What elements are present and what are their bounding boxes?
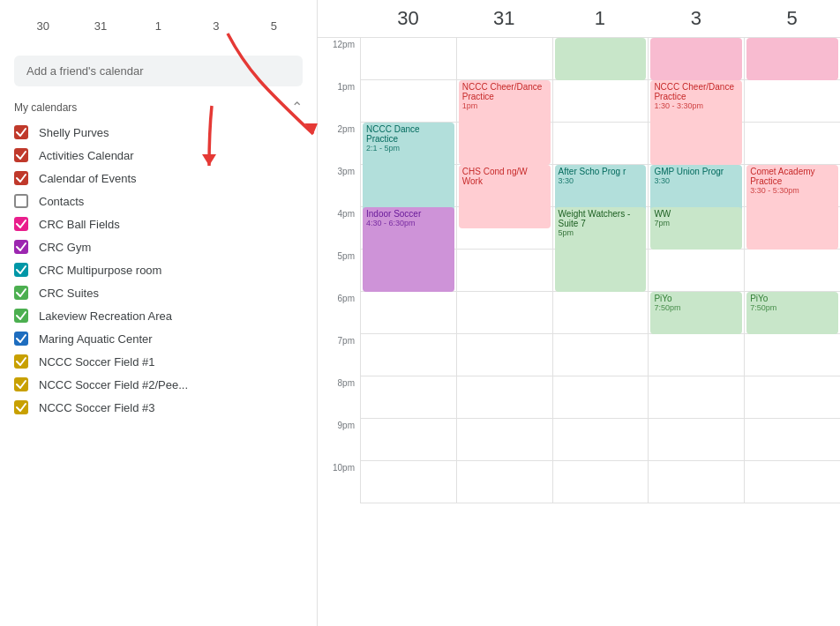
calendar-checkbox[interactable] — [14, 240, 28, 254]
calendar-item-label: NCCC Soccer Field #3 — [39, 401, 155, 414]
calendar-item-label: Calendar of Events — [39, 172, 137, 185]
hour-line — [361, 419, 456, 461]
mini-cal-day[interactable]: 1 — [144, 16, 172, 36]
hour-line — [553, 376, 649, 419]
day-header-31: 31 — [456, 0, 552, 37]
calendar-checkbox[interactable] — [14, 377, 28, 391]
calendar-list-item[interactable]: Maring Aquatic Center — [0, 327, 317, 350]
event-time: 2:1 - 5pm — [366, 144, 451, 153]
event-time: 5pm — [559, 228, 643, 237]
calendar-list-item[interactable]: CRC Suites — [0, 281, 317, 304]
calendar-event[interactable] — [555, 38, 647, 80]
calendar-event[interactable] — [746, 38, 838, 80]
calendar-list-item[interactable]: Lakeview Recreation Area — [0, 304, 317, 327]
hour-line — [361, 292, 456, 334]
calendar-event[interactable]: Weight Watchers - Suite 75pm — [555, 207, 647, 292]
hour-line — [361, 80, 456, 123]
calendar-list-item[interactable]: NCCC Soccer Field #3 — [0, 396, 317, 419]
calendar-checkbox[interactable] — [14, 332, 28, 346]
hour-line — [745, 419, 840, 461]
calendar-checkbox[interactable] — [14, 171, 28, 185]
calendar-checkbox[interactable] — [14, 148, 28, 162]
event-time: 4:30 - 6:30pm — [366, 219, 451, 227]
hour-line — [457, 376, 552, 419]
event-time: 7pm — [654, 219, 739, 227]
event-title: PiYo — [654, 294, 739, 303]
time-label: 12pm — [318, 38, 360, 80]
calendar-item-label: CRC Suites — [39, 287, 99, 300]
hour-line — [361, 461, 456, 503]
chevron-up-icon: ⌃ — [291, 99, 303, 116]
event-time: 7:50pm — [750, 303, 835, 312]
calendar-checkbox[interactable] — [14, 194, 28, 208]
day-col-0: NCCC Dance Practice2:1 - 5pmIndoor Socce… — [360, 38, 456, 503]
calendar-event[interactable]: CHS Cond ng/W Work — [459, 165, 551, 228]
hour-line — [361, 334, 456, 376]
event-time: 1:30 - 3:30pm — [654, 101, 739, 110]
my-calendars-header[interactable]: My calendars ⌃ — [0, 93, 317, 121]
calendar-list-item[interactable]: CRC Ball Fields — [0, 212, 317, 235]
calendar-list-item[interactable]: Shelly Purves — [0, 121, 317, 144]
add-friend-button[interactable]: Add a friend's calendar — [14, 56, 303, 86]
calendar-item-label: Maring Aquatic Center — [39, 332, 153, 346]
calendar-event[interactable]: PiYo7:50pm — [650, 292, 742, 334]
calendar-checkbox[interactable] — [14, 354, 28, 369]
time-label: 10pm — [318, 461, 360, 503]
hour-line — [745, 461, 840, 503]
hour-line — [457, 334, 552, 376]
calendar-checkbox[interactable] — [14, 309, 28, 323]
calendar-event[interactable]: NCCC Cheer/Dance Practice1:30 - 3:30pm — [650, 80, 742, 165]
calendar-item-label: CRC Multipurpose room — [39, 264, 161, 277]
mini-calendar: 3031135 — [0, 9, 317, 45]
time-labels: 12pm1pm2pm3pm4pm5pm6pm7pm8pm9pm10pm — [318, 38, 360, 503]
calendar-list-item[interactable]: CRC Multipurpose room — [0, 258, 317, 281]
calendar-list-item[interactable]: Contacts — [0, 190, 317, 212]
calendar-checkbox[interactable] — [14, 217, 28, 231]
hour-line — [745, 123, 840, 165]
hour-line — [361, 376, 456, 419]
event-title: NCCC Cheer/Dance Practice — [654, 82, 739, 101]
event-time: 3:30 — [654, 176, 739, 185]
calendar-event[interactable]: WW7pm — [650, 207, 742, 250]
calendar-checkbox[interactable] — [14, 125, 28, 139]
mini-cal-day[interactable]: 5 — [259, 16, 288, 36]
calendar-list: Shelly PurvesActivities CalendarCalendar… — [0, 121, 317, 419]
time-label: 1pm — [318, 80, 360, 123]
day-col-3: NCCC Cheer/Dance Practice1:30 - 3:30pmGM… — [648, 38, 744, 503]
mini-cal-day[interactable]: 31 — [86, 16, 115, 36]
event-time: 1pm — [462, 101, 547, 110]
hour-line — [649, 376, 744, 419]
event-title: GMP Union Progr — [654, 167, 739, 176]
calendar-event[interactable]: Comet Academy Practice3:30 - 5:30pm — [746, 165, 838, 250]
calendar-checkbox[interactable] — [14, 286, 28, 300]
calendar-item-label: Lakeview Recreation Area — [39, 309, 172, 323]
calendar-event[interactable] — [650, 38, 742, 80]
event-time: 3:30 - 5:30pm — [750, 186, 835, 195]
calendar-checkbox[interactable] — [14, 400, 28, 414]
day-col-1: NCCC Cheer/Dance Practice1pmCHS Cond ng/… — [456, 38, 552, 503]
hour-line — [553, 80, 649, 123]
mini-cal-day[interactable]: 3 — [202, 16, 230, 36]
calendar-list-item[interactable]: Calendar of Events — [0, 167, 317, 190]
calendar-list-item[interactable]: NCCC Soccer Field #2/Pee... — [0, 373, 317, 396]
calendar-event[interactable]: PiYo7:50pm — [746, 292, 838, 334]
mini-cal-day[interactable]: 30 — [29, 16, 57, 36]
time-label: 7pm — [318, 334, 360, 376]
event-title: PiYo — [750, 294, 835, 303]
day-col-4: Comet Academy Practice3:30 - 5:30pmPiYo7… — [744, 38, 840, 503]
calendar-item-label: NCCC Soccer Field #2/Pee... — [39, 378, 188, 391]
calendar-list-item[interactable]: NCCC Soccer Field #1 — [0, 350, 317, 373]
hour-line — [745, 250, 840, 292]
hour-line — [745, 80, 840, 123]
day-col-2: After Scho Prog r3:30Weight Watchers - S… — [552, 38, 649, 503]
sidebar: 3031135 Add a friend's calendar My calen… — [0, 0, 318, 626]
hour-line — [553, 123, 649, 165]
calendar-list-item[interactable]: CRC Gym — [0, 235, 317, 258]
calendar-checkbox[interactable] — [14, 263, 28, 277]
calendar-event[interactable]: NCCC Cheer/Dance Practice1pm — [459, 80, 551, 165]
calendar-event[interactable]: Indoor Soccer4:30 - 6:30pm — [363, 207, 454, 292]
hour-line — [745, 376, 840, 419]
calendar-list-item[interactable]: Activities Calendar — [0, 144, 317, 167]
time-label: 3pm — [318, 165, 360, 207]
calendar-item-label: Contacts — [39, 195, 84, 208]
